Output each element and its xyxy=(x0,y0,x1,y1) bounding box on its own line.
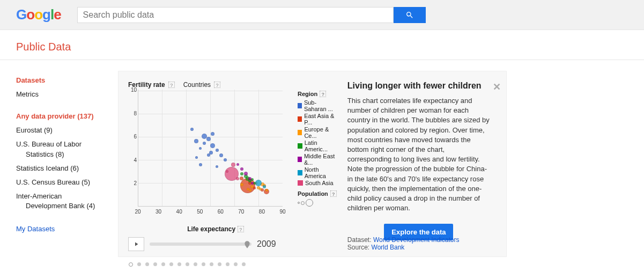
close-button[interactable]: ✕ xyxy=(493,81,501,93)
description-text: This chart correlates life expectancy an… xyxy=(347,96,490,213)
data-bubble[interactable] xyxy=(240,183,243,186)
chart-countries-label: Countries xyxy=(183,81,211,89)
help-region-icon[interactable]: ? xyxy=(320,91,326,97)
data-bubble[interactable] xyxy=(231,163,235,167)
data-bubble[interactable] xyxy=(259,188,262,190)
chart-plot-area[interactable]: 246810 2030405060708090 xyxy=(138,90,293,213)
dataset-link[interactable]: World Development Indicators xyxy=(373,236,460,244)
search-form xyxy=(77,7,426,23)
timeline: 2009 xyxy=(128,237,332,251)
source-link[interactable]: World Bank xyxy=(372,244,405,251)
data-bubble[interactable] xyxy=(190,128,194,131)
help-ylabel-icon[interactable]: ? xyxy=(168,82,175,88)
sidebar-provider-census[interactable]: U.S. Census Bureau (5) xyxy=(16,178,118,187)
sidebar-provider-iadb[interactable]: Inter-American Development Bank (4) xyxy=(16,192,118,211)
source-label: Source: xyxy=(347,244,369,251)
data-bubble[interactable] xyxy=(265,189,268,192)
data-bubble[interactable] xyxy=(195,156,198,159)
data-bubble[interactable] xyxy=(194,139,198,143)
population-size-legend xyxy=(298,199,337,207)
legend-population-head: Population xyxy=(298,190,328,197)
data-bubble[interactable] xyxy=(216,149,219,152)
search-button[interactable] xyxy=(394,7,426,23)
pagination-dot[interactable] xyxy=(242,262,246,266)
help-xlabel-icon[interactable]: ? xyxy=(238,226,244,232)
year-label: 2009 xyxy=(257,239,276,249)
data-bubble[interactable] xyxy=(219,153,223,157)
legend-item[interactable]: North America xyxy=(298,166,337,179)
data-bubble[interactable] xyxy=(210,143,215,148)
data-bubble[interactable] xyxy=(203,142,206,145)
sidebar-datasets[interactable]: Datasets xyxy=(16,76,118,84)
content: Fertility rate ? Countries ? 246810 2030… xyxy=(118,71,507,272)
data-bubble[interactable] xyxy=(251,182,254,185)
subheader: Public Data xyxy=(0,30,644,60)
sidebar-provider-eurostat[interactable]: Eurostat (9) xyxy=(16,126,118,135)
legend-item[interactable]: South Asia xyxy=(298,180,337,186)
data-bubble[interactable] xyxy=(207,153,210,157)
data-bubble[interactable] xyxy=(248,177,251,180)
data-bubble[interactable] xyxy=(236,163,239,166)
description-pane: ✕ Living longer with fewer children This… xyxy=(347,81,501,251)
main: Datasets Metrics Any data provider (137)… xyxy=(0,60,644,272)
dataset-label: Dataset: xyxy=(347,236,372,244)
pagination-dot[interactable] xyxy=(194,262,197,266)
legend-item[interactable]: Sub-Saharan ... xyxy=(298,99,337,112)
data-bubble[interactable] xyxy=(249,189,251,192)
help-countries-icon[interactable]: ? xyxy=(214,82,220,88)
chart-xlabel: Life expectancy xyxy=(187,225,235,233)
legend-item[interactable]: Europe & Ce... xyxy=(298,126,337,139)
search-icon xyxy=(405,11,414,19)
legend-item[interactable]: Latin Americ... xyxy=(298,140,337,152)
pagination-dot[interactable] xyxy=(177,262,181,266)
pagination-dot[interactable] xyxy=(137,262,141,266)
sidebar-any-provider[interactable]: Any data provider (137) xyxy=(16,112,118,120)
data-bubble[interactable] xyxy=(240,172,243,175)
pagination-dot[interactable] xyxy=(210,262,213,266)
pagination-dot[interactable] xyxy=(226,262,230,266)
sidebar-provider-bls[interactable]: U.S. Bureau of Labor Statistics (8) xyxy=(16,140,118,159)
pagination-dot[interactable] xyxy=(145,262,149,266)
pagination-dot[interactable] xyxy=(153,262,157,266)
legend-item[interactable]: East Asia & P... xyxy=(298,113,337,126)
pagination-dots xyxy=(118,257,507,272)
data-bubble[interactable] xyxy=(211,132,214,136)
pagination-dot[interactable] xyxy=(234,262,238,266)
header: Google xyxy=(0,0,644,30)
description-title: Living longer with fewer children xyxy=(347,81,490,91)
chart-pane: Fertility rate ? Countries ? 246810 2030… xyxy=(128,81,337,251)
pagination-dot[interactable] xyxy=(161,262,165,266)
pagination-dot[interactable] xyxy=(218,262,221,266)
featured-card: Fertility rate ? Countries ? 246810 2030… xyxy=(118,71,507,257)
pagination-dot[interactable] xyxy=(202,262,205,266)
pagination-dot[interactable] xyxy=(169,262,173,266)
help-population-icon[interactable]: ? xyxy=(330,190,337,197)
data-bubble[interactable] xyxy=(224,158,227,161)
slider-thumb-icon[interactable] xyxy=(243,240,251,251)
play-button[interactable] xyxy=(128,237,144,251)
sidebar-provider-iceland[interactable]: Statistics Iceland (6) xyxy=(16,164,118,173)
pagination-dot[interactable] xyxy=(186,262,189,266)
data-bubble[interactable] xyxy=(263,185,266,188)
sidebar-my-datasets[interactable]: My Datasets xyxy=(16,224,118,234)
play-icon xyxy=(133,241,139,247)
data-bubble[interactable] xyxy=(240,167,243,171)
search-input[interactable] xyxy=(77,7,394,23)
chart-legend: Region ? Sub-Saharan ...East Asia & P...… xyxy=(298,90,337,233)
legend-item[interactable]: Middle East &... xyxy=(298,153,337,166)
legend-region-head: Region xyxy=(298,91,317,97)
year-slider[interactable] xyxy=(150,243,251,246)
data-bubble[interactable] xyxy=(236,177,239,180)
data-bubble[interactable] xyxy=(206,137,211,141)
page-title: Public Data xyxy=(16,41,628,53)
data-bubble[interactable] xyxy=(199,163,202,166)
sidebar-metrics[interactable]: Metrics xyxy=(16,90,118,99)
data-bubble[interactable] xyxy=(216,165,218,168)
google-logo[interactable]: Google xyxy=(16,6,61,23)
data-bubble[interactable] xyxy=(199,147,202,150)
pagination-dot[interactable] xyxy=(129,262,133,267)
sidebar: Datasets Metrics Any data provider (137)… xyxy=(16,71,118,272)
